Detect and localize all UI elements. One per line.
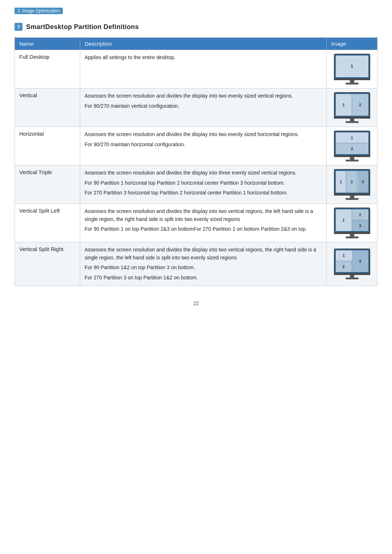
- table-row-name: Vertical Split Right: [15, 242, 80, 286]
- table-row-description: Assesses the screen resolution and divid…: [80, 89, 327, 127]
- monitor-illustration: 123: [334, 208, 370, 238]
- monitor-illustration: 123: [334, 169, 370, 200]
- table-row-name: Vertical Triple: [15, 165, 80, 204]
- col-header-image: Image: [327, 38, 377, 50]
- table-row-image: 12: [327, 89, 377, 127]
- table-row-description: Assesses the screen resolution and divid…: [80, 127, 327, 165]
- table-row-name: Horizontal: [15, 127, 80, 165]
- monitor-illustration: 1: [334, 54, 370, 85]
- col-header-description: Description: [80, 38, 327, 50]
- breadcrumb: 3. Image Optimization: [15, 8, 63, 14]
- col-header-name: Name: [15, 38, 80, 50]
- table-row-description: Assesses the screen resolution and divid…: [80, 204, 327, 242]
- table-row-description: Applies all settings to the entire deskt…: [80, 50, 327, 89]
- table-row-image: 123: [327, 165, 377, 204]
- table-row-image: 12: [327, 127, 377, 165]
- table-row-description: Assesses the screen resolution and divid…: [80, 165, 327, 204]
- table-row-name: Vertical: [15, 89, 80, 127]
- page-number: 22: [15, 300, 377, 306]
- monitor-illustration: 123: [334, 249, 370, 279]
- table-row-description: Assesses the screen resolution and divid…: [80, 242, 327, 286]
- table-row-name: Full Desktop: [15, 50, 80, 89]
- section-title: SmartDesktop Partition Definitions: [26, 23, 139, 31]
- table-row-name: Vertical Split Left: [15, 204, 80, 242]
- section-number-badge: 7: [15, 23, 23, 31]
- monitor-illustration: 12: [334, 92, 370, 123]
- table-row-image: 123: [327, 242, 377, 286]
- monitor-illustration: 12: [334, 131, 370, 161]
- table-row-image: 123: [327, 204, 377, 242]
- table-row-image: 1: [327, 50, 377, 89]
